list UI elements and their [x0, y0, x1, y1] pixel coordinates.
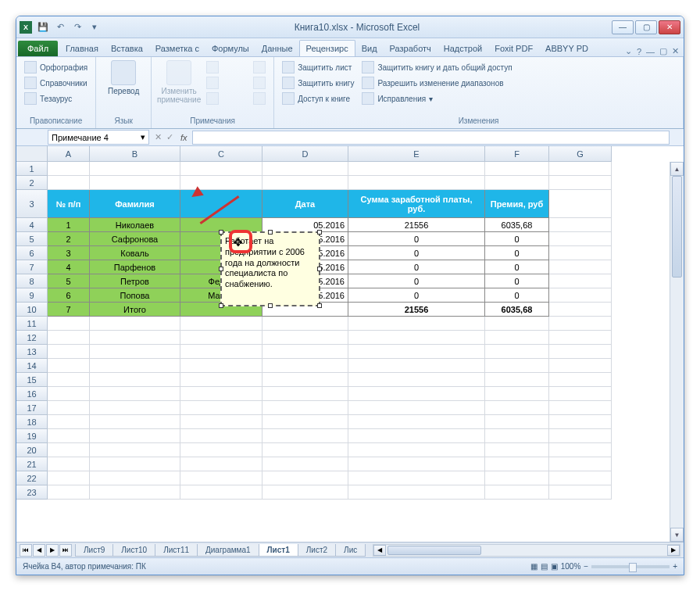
- tab-formulas[interactable]: Формулы: [205, 41, 255, 56]
- sheet-tab[interactable]: Лист10: [112, 544, 155, 557]
- row-14[interactable]: 14: [16, 359, 48, 373]
- protect-share-button[interactable]: Защитить книгу и дать общий доступ: [360, 60, 513, 74]
- sheet-nav-next[interactable]: ▶: [46, 544, 59, 557]
- zoom-in-button[interactable]: +: [673, 562, 677, 571]
- view-normal-icon[interactable]: ▦: [530, 562, 538, 571]
- scroll-up-button[interactable]: ▲: [670, 162, 684, 176]
- maximize-button[interactable]: ▢: [635, 20, 657, 34]
- cell-prem[interactable]: 0: [485, 260, 549, 274]
- cell-date[interactable]: 05.2016: [262, 218, 348, 232]
- share-book-button[interactable]: Доступ к книге: [280, 91, 355, 106]
- header-prem[interactable]: Премия, руб: [485, 190, 549, 218]
- resize-handle[interactable]: [317, 230, 322, 235]
- scroll-thumb[interactable]: [672, 176, 682, 278]
- row-4[interactable]: 4: [16, 218, 48, 232]
- select-all-corner[interactable]: [16, 146, 48, 162]
- enter-icon[interactable]: ✓: [164, 132, 176, 142]
- view-break-icon[interactable]: ▣: [551, 562, 558, 571]
- scroll-down-button[interactable]: ▼: [670, 528, 684, 542]
- sheet-nav-prev[interactable]: ◀: [33, 544, 45, 557]
- row-2[interactable]: 2: [16, 176, 48, 190]
- cell-prem[interactable]: 0: [485, 232, 549, 246]
- header-date[interactable]: Дата: [262, 190, 348, 218]
- header-num[interactable]: № п/п: [48, 190, 90, 218]
- delete-comment-button[interactable]: [205, 60, 247, 74]
- row-10[interactable]: 10: [16, 303, 48, 317]
- ribbon-minimize-icon[interactable]: ⌄: [625, 46, 632, 56]
- table-row[interactable]: 2Сафронова05.201600: [48, 232, 670, 246]
- cell-sum[interactable]: 0: [348, 246, 485, 260]
- qat-save[interactable]: 💾: [35, 20, 51, 35]
- horizontal-scrollbar[interactable]: ◀ ▶: [373, 544, 680, 557]
- col-A[interactable]: A: [48, 146, 90, 162]
- header-sum[interactable]: Сумма заработной платы, руб.: [348, 190, 485, 218]
- cell-fam[interactable]: Парфенов: [90, 260, 180, 274]
- cells[interactable]: № п/п Фамилия Дата Сумма заработной плат…: [48, 162, 670, 542]
- resize-handle[interactable]: [317, 303, 322, 308]
- row-11[interactable]: 11: [16, 317, 48, 331]
- row-17[interactable]: 17: [16, 401, 48, 415]
- resize-handle[interactable]: [268, 230, 273, 235]
- cell-prem[interactable]: 6035,68: [485, 218, 549, 232]
- next-comment-button[interactable]: [205, 91, 247, 106]
- chevron-down-icon[interactable]: ▾: [141, 132, 145, 142]
- cell-num[interactable]: 1: [48, 218, 90, 232]
- table-row[interactable]: 6ПоповаМария25.05.201600: [48, 288, 670, 303]
- row-18[interactable]: 18: [16, 415, 48, 429]
- row-6[interactable]: 6: [16, 246, 48, 260]
- cell-fam[interactable]: Итого: [90, 303, 180, 317]
- zoom-level[interactable]: 100%: [561, 562, 581, 571]
- tab-view[interactable]: Вид: [355, 41, 384, 56]
- cancel-icon[interactable]: ✕: [152, 132, 164, 142]
- cell-num[interactable]: 6: [48, 288, 90, 303]
- qat-undo[interactable]: ↶: [52, 20, 68, 35]
- sheet-tab[interactable]: Лист9: [75, 544, 113, 557]
- cell-sum[interactable]: 21556: [348, 303, 485, 317]
- row-23[interactable]: 23: [16, 485, 48, 500]
- file-tab[interactable]: Файл: [18, 41, 58, 56]
- cell-fam[interactable]: Николаев: [90, 218, 180, 232]
- resize-handle[interactable]: [219, 267, 223, 271]
- sheet-tab[interactable]: Лис: [335, 544, 366, 557]
- row-12[interactable]: 12: [16, 331, 48, 345]
- help-icon[interactable]: ?: [637, 47, 641, 56]
- row-19[interactable]: 19: [16, 429, 48, 443]
- col-B[interactable]: B: [90, 146, 180, 162]
- resize-handle[interactable]: [268, 303, 273, 308]
- tab-abbyy[interactable]: ABBYY PD: [539, 41, 595, 56]
- resize-handle[interactable]: [219, 303, 223, 308]
- row-20[interactable]: 20: [16, 443, 48, 457]
- table-row[interactable]: 4Парфенов05.201600: [48, 260, 670, 274]
- spelling-button[interactable]: Орфография: [23, 60, 89, 74]
- mdi-max-icon[interactable]: ▢: [659, 46, 667, 56]
- vertical-scrollbar[interactable]: ▲ ▼: [670, 162, 684, 542]
- row-1[interactable]: 1: [16, 162, 48, 176]
- cell-fam[interactable]: Сафронова: [90, 232, 180, 246]
- row-21[interactable]: 21: [16, 457, 48, 471]
- sheet-tab[interactable]: Лист1: [259, 544, 298, 557]
- table-row[interactable]: 7Итого215566035,68: [48, 303, 670, 317]
- cell-fam[interactable]: Коваль: [90, 246, 180, 260]
- row-13[interactable]: 13: [16, 345, 48, 359]
- zoom-out-button[interactable]: −: [584, 562, 588, 571]
- mdi-min-icon[interactable]: —: [646, 47, 655, 56]
- protect-book-button[interactable]: Защитить книгу: [280, 76, 355, 90]
- col-G[interactable]: G: [549, 146, 612, 162]
- tab-review[interactable]: Рецензирс: [299, 40, 355, 56]
- col-D[interactable]: D: [262, 146, 348, 162]
- sheet-tab[interactable]: Лист2: [298, 544, 336, 557]
- show-all-comments-button[interactable]: [252, 76, 267, 90]
- zoom-slider[interactable]: [591, 565, 670, 568]
- prev-comment-button[interactable]: [205, 76, 247, 90]
- name-box[interactable]: Примечание 4▾: [48, 130, 149, 145]
- cell-num[interactable]: 7: [48, 303, 90, 317]
- cell-prem[interactable]: 0: [485, 288, 549, 303]
- sheet-tab[interactable]: Лист11: [155, 544, 198, 557]
- tab-home[interactable]: Главная: [59, 41, 105, 56]
- header-fam[interactable]: Фамилия: [90, 190, 180, 218]
- tab-insert[interactable]: Вставка: [105, 41, 149, 56]
- col-E[interactable]: E: [348, 146, 485, 162]
- cell-sum[interactable]: 0: [348, 274, 485, 288]
- table-row[interactable]: 3Коваль05.201600: [48, 246, 670, 260]
- cell-sum[interactable]: 0: [348, 288, 485, 303]
